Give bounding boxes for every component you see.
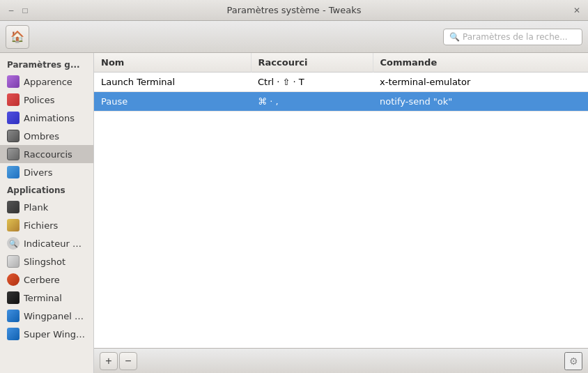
sidebar-label-polices: Polices: [24, 95, 54, 105]
sidebar-label-superwingpanel: Super Wingp...: [24, 329, 86, 340]
titlebar-right-controls: ✕: [571, 5, 582, 16]
sidebar-item-raccourcis[interactable]: Raccourcis: [0, 145, 93, 163]
bottom-bar: + − ⚙: [94, 348, 588, 373]
plank-icon: [7, 201, 20, 213]
sidebar-label-plank: Plank: [24, 202, 48, 213]
sidebar-item-terminal[interactable]: Terminal: [0, 289, 93, 307]
main-layout: Paramètres g... Apparence Polices Animat…: [0, 53, 588, 373]
sidebar-item-fichiers[interactable]: Fichiers: [0, 216, 93, 234]
minimize-button[interactable]: –: [6, 5, 17, 16]
cell-nom-0: Launch Terminal: [94, 73, 251, 92]
sidebar-item-polices[interactable]: Polices: [0, 91, 93, 109]
sidebar-label-terminal: Terminal: [24, 293, 62, 303]
sidebar-label-wingpanel: Wingpanel Slim: [24, 311, 86, 321]
cell-commande-1: notify-send "ok": [373, 92, 588, 112]
gear-button[interactable]: ⚙: [564, 352, 582, 370]
close-button[interactable]: ✕: [571, 5, 582, 16]
superwingpanel-icon: [7, 328, 20, 340]
remove-button[interactable]: −: [119, 352, 137, 370]
sidebar-item-superwingpanel[interactable]: Super Wingp...: [0, 325, 93, 343]
cell-raccourci-0: Ctrl · ⇧ · T: [251, 73, 373, 92]
sidebar-label-indicateur: Indicateur de...: [24, 238, 86, 249]
table-row[interactable]: Launch Terminal Ctrl · ⇧ · T x-terminal-…: [94, 73, 588, 92]
column-header-raccourci: Raccourci: [251, 53, 373, 73]
sidebar-item-animations[interactable]: Animations: [0, 109, 93, 127]
sidebar-label-apparence: Apparence: [24, 77, 72, 87]
titlebar: – □ Paramètres système - Tweaks ✕: [0, 0, 588, 21]
sidebar-item-cerbere[interactable]: Cerbere: [0, 271, 93, 289]
sidebar-item-slingshot[interactable]: Slingshot: [0, 252, 93, 271]
cell-nom-1: Pause: [94, 92, 251, 112]
sidebar-item-indicateur[interactable]: 🔍 Indicateur de...: [0, 234, 93, 252]
column-header-commande: Commande: [373, 53, 588, 73]
sidebar: Paramètres g... Apparence Polices Animat…: [0, 53, 94, 373]
home-button[interactable]: 🏠: [6, 25, 29, 49]
sidebar-section-settings: Paramètres g...: [0, 56, 93, 73]
sidebar-item-ombres[interactable]: Ombres: [0, 127, 93, 145]
table-container: Nom Raccourci Commande Launch Terminal C…: [94, 53, 588, 348]
sidebar-label-animations: Animations: [24, 113, 75, 123]
sidebar-label-fichiers: Fichiers: [24, 220, 58, 231]
cerbere-icon: [7, 273, 20, 286]
cell-commande-0: x-terminal-emulator: [373, 73, 588, 92]
fichiers-icon: [7, 219, 20, 231]
search-placeholder: Paramètres de la reche...: [463, 32, 568, 42]
search-icon: 🔍: [449, 32, 460, 42]
sidebar-label-raccourcis: Raccourcis: [24, 149, 72, 160]
sidebar-item-apparence[interactable]: Apparence: [0, 73, 93, 91]
shortcuts-table: Nom Raccourci Commande Launch Terminal C…: [94, 53, 588, 112]
sidebar-label-ombres: Ombres: [24, 131, 59, 142]
add-button[interactable]: +: [100, 352, 118, 370]
sidebar-item-divers[interactable]: Divers: [0, 163, 93, 181]
table-row[interactable]: Pause ⌘ · , notify-send "ok": [94, 92, 588, 112]
raccourcis-icon: [7, 148, 20, 160]
column-header-nom: Nom: [94, 53, 251, 73]
wingpanel-icon: [7, 310, 20, 322]
content-area: Nom Raccourci Commande Launch Terminal C…: [94, 53, 588, 373]
sidebar-label-divers: Divers: [24, 167, 52, 178]
divers-icon: [7, 166, 20, 178]
cell-raccourci-1: ⌘ · ,: [251, 92, 373, 112]
terminal-icon: [7, 291, 20, 304]
slingshot-icon: [7, 255, 20, 268]
polices-icon: [7, 93, 20, 106]
bottom-left-buttons: + −: [100, 352, 137, 370]
sidebar-item-plank[interactable]: Plank: [0, 198, 93, 216]
search-box[interactable]: 🔍 Paramètres de la reche...: [443, 29, 582, 45]
ombres-icon: [7, 130, 20, 142]
sidebar-section-applications: Applications: [0, 181, 93, 198]
maximize-button[interactable]: □: [20, 5, 31, 16]
titlebar-left-controls: – □: [6, 5, 31, 16]
indicateur-icon: 🔍: [7, 237, 20, 250]
toolbar: 🏠 🔍 Paramètres de la reche...: [0, 21, 588, 53]
bottom-right-buttons: ⚙: [564, 352, 582, 370]
apparence-icon: [7, 75, 20, 88]
table-header-row: Nom Raccourci Commande: [94, 53, 588, 73]
sidebar-label-slingshot: Slingshot: [24, 257, 65, 267]
animations-icon: [7, 112, 20, 124]
sidebar-label-cerbere: Cerbere: [24, 275, 60, 285]
window-title: Paramètres système - Tweaks: [227, 5, 362, 15]
sidebar-item-wingpanel[interactable]: Wingpanel Slim: [0, 307, 93, 325]
